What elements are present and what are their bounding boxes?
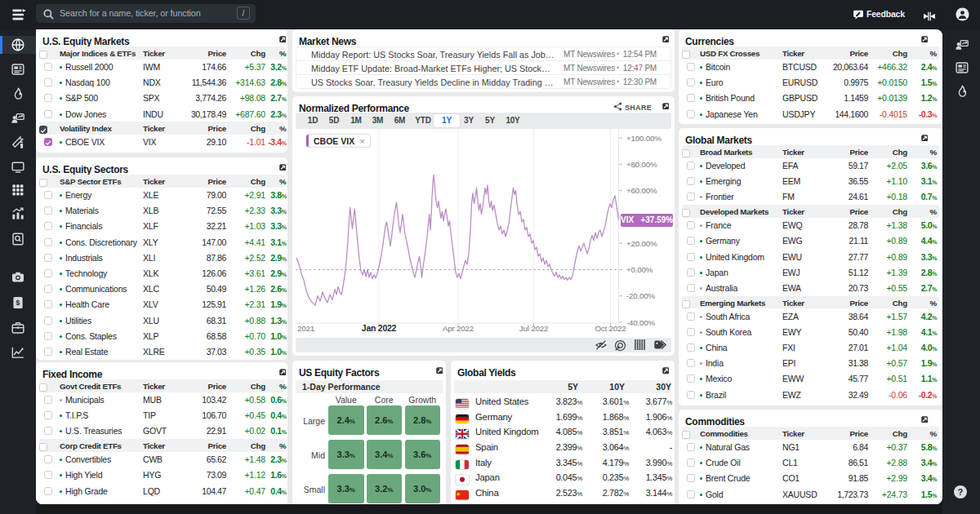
svg-text:+60.00%: +60.00% (626, 186, 657, 195)
svg-text:+0.00%: +0.00% (626, 265, 653, 274)
svg-text:+100.00%: +100.00% (626, 134, 662, 143)
svg-text:-20.00%: -20.00% (626, 291, 656, 300)
svg-text:-40.00%: -40.00% (626, 318, 656, 327)
svg-text:+20.00%: +20.00% (626, 239, 657, 248)
svg-text:2021: 2021 (297, 324, 314, 333)
svg-text:+80.00%: +80.00% (626, 160, 657, 169)
svg-text:Oct 2022: Oct 2022 (595, 324, 626, 333)
svg-text:Jul 2022: Jul 2022 (519, 324, 548, 333)
svg-text:Jan 2022: Jan 2022 (362, 324, 397, 333)
svg-text:$: $ (16, 299, 20, 307)
svg-text:Apr 2022: Apr 2022 (443, 324, 474, 333)
